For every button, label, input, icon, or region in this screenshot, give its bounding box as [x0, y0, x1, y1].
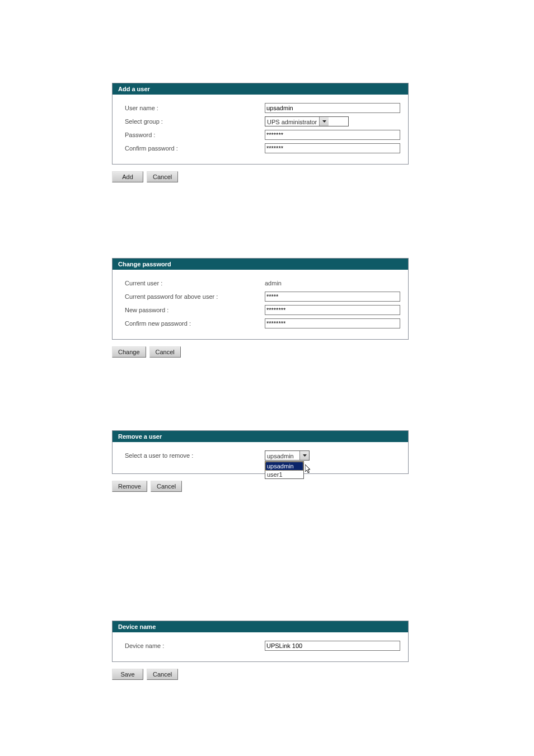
- cancel-button[interactable]: Cancel: [147, 171, 178, 182]
- username-label: User name :: [125, 105, 265, 111]
- group-label: Select group :: [125, 118, 265, 125]
- confirm-password-label: Confirm password :: [125, 145, 265, 152]
- group-select-value: UPS administrator: [265, 117, 319, 126]
- remove-user-panel: Remove a user Select a user to remove : …: [112, 430, 409, 474]
- cursor-icon: [305, 464, 312, 475]
- device-name-label: Device name :: [125, 642, 265, 649]
- current-password-input[interactable]: [265, 292, 400, 302]
- current-user-label: Current user :: [125, 280, 265, 287]
- cancel-button[interactable]: Cancel: [151, 481, 182, 492]
- remove-user-dropdown[interactable]: upsadmin user1: [265, 461, 304, 479]
- remove-user-body: Select a user to remove : upsadmin upsad…: [113, 442, 408, 473]
- change-password-section: Change password Current user : admin Cur…: [112, 182, 409, 358]
- current-user-value: admin: [265, 280, 282, 287]
- device-name-header: Device name: [113, 621, 408, 632]
- new-password-input[interactable]: [265, 305, 400, 315]
- add-button[interactable]: Add: [112, 171, 143, 182]
- device-name-panel: Device name Device name :: [112, 621, 409, 662]
- add-user-panel: Add a user User name : Select group : UP…: [112, 83, 409, 165]
- password-label: Password :: [125, 132, 265, 138]
- cancel-button[interactable]: Cancel: [149, 346, 181, 358]
- dropdown-option[interactable]: user1: [265, 471, 303, 478]
- save-button[interactable]: Save: [112, 669, 143, 680]
- cancel-button[interactable]: Cancel: [147, 669, 178, 680]
- change-password-header: Change password: [113, 259, 408, 270]
- svg-marker-0: [322, 120, 326, 123]
- remove-user-select[interactable]: upsadmin: [265, 450, 310, 461]
- select-user-label: Select a user to remove :: [125, 452, 265, 459]
- new-password-label: New password :: [125, 307, 265, 313]
- device-name-buttons: Save Cancel: [112, 669, 409, 680]
- add-user-buttons: Add Cancel: [112, 171, 409, 182]
- change-password-buttons: Change Cancel: [112, 346, 409, 358]
- add-user-section: Add a user User name : Select group : UP…: [112, 0, 409, 182]
- chevron-down-icon: [319, 117, 329, 126]
- device-name-section: Device name Device name : Save Cancel: [112, 492, 409, 680]
- confirm-new-password-input[interactable]: [265, 318, 400, 328]
- chevron-down-icon: [299, 451, 309, 460]
- add-user-header: Add a user: [113, 83, 408, 95]
- remove-user-header: Remove a user: [113, 431, 408, 442]
- remove-user-select-value: upsadmin: [265, 451, 299, 460]
- confirm-password-input[interactable]: [265, 143, 400, 153]
- password-input[interactable]: [265, 130, 400, 140]
- add-user-body: User name : Select group : UPS administr…: [113, 95, 408, 164]
- change-password-body: Current user : admin Current password fo…: [113, 270, 408, 339]
- device-name-input[interactable]: [265, 641, 400, 651]
- svg-marker-1: [303, 454, 307, 457]
- remove-button[interactable]: Remove: [112, 481, 147, 492]
- confirm-new-password-label: Confirm new password :: [125, 320, 265, 327]
- group-select[interactable]: UPS administrator: [265, 116, 349, 126]
- device-name-body: Device name :: [113, 632, 408, 661]
- dropdown-option[interactable]: upsadmin: [265, 462, 303, 471]
- remove-user-section: Remove a user Select a user to remove : …: [112, 358, 409, 492]
- svg-marker-2: [305, 464, 310, 473]
- remove-user-buttons: Remove Cancel: [112, 481, 409, 492]
- username-input[interactable]: [265, 103, 400, 113]
- change-password-panel: Change password Current user : admin Cur…: [112, 258, 409, 340]
- change-button[interactable]: Change: [112, 346, 146, 358]
- current-password-label: Current password for above user :: [125, 293, 265, 300]
